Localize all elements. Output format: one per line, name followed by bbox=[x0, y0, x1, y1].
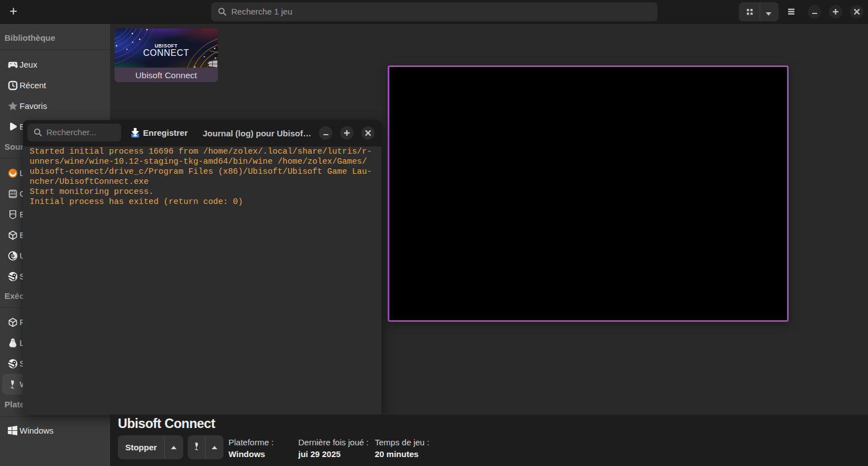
svg-text:UBISOFT: UBISOFT bbox=[155, 43, 178, 49]
svg-text:CONNECT: CONNECT bbox=[143, 48, 189, 58]
svg-text:EPIC: EPIC bbox=[10, 213, 16, 216]
